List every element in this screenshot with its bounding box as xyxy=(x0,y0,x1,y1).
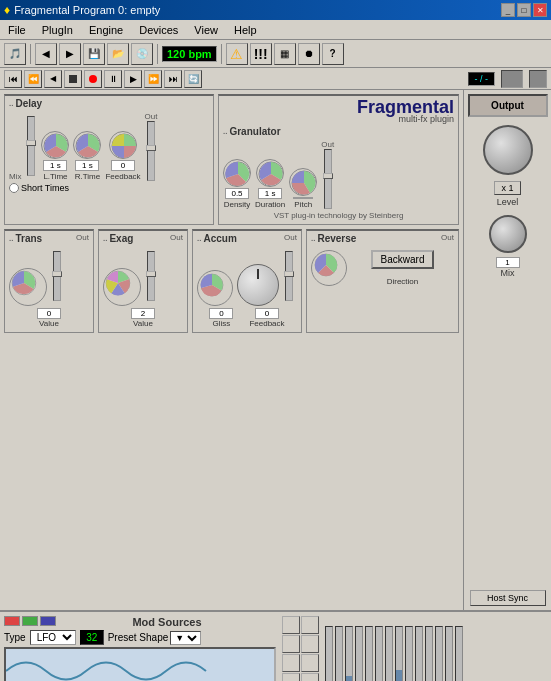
delay-out-slider[interactable]: Out xyxy=(145,111,158,181)
delay-feedback-value: 0 xyxy=(111,160,135,171)
mod-tab-red[interactable] xyxy=(4,616,20,626)
level-multiplier-button[interactable]: x 1 xyxy=(494,181,520,195)
reverse-knob[interactable] xyxy=(311,250,347,286)
tr-pause-btn[interactable]: ⏸ xyxy=(104,70,122,88)
tr-rew-btn[interactable]: ⏮ xyxy=(4,70,22,88)
menu-file[interactable]: File xyxy=(0,22,34,38)
menu-devices[interactable]: Devices xyxy=(131,22,186,38)
mod-bar-7 xyxy=(395,626,403,681)
backward-button[interactable]: Backward xyxy=(371,250,435,269)
reverse-direction-label: Direction xyxy=(387,277,419,286)
tb-diskette-btn[interactable]: 💿 xyxy=(131,43,153,65)
gran-density-value: 0.5 xyxy=(225,188,249,199)
tb-sep1 xyxy=(30,44,31,64)
mod-bar-5 xyxy=(375,626,383,681)
gran-density-knob[interactable] xyxy=(223,159,251,187)
matrix-btn-5[interactable] xyxy=(301,654,319,672)
trans-knob[interactable] xyxy=(9,268,47,306)
accum-knob2[interactable] xyxy=(237,264,279,306)
matrix-btn-6[interactable] xyxy=(282,673,300,681)
trans-slider[interactable] xyxy=(51,246,63,306)
tb-sep2 xyxy=(157,44,158,64)
output-mix-value: 1 xyxy=(496,257,520,268)
delay-feedback-group: 0 Feedback xyxy=(105,131,140,181)
matrix-btn-2[interactable] xyxy=(282,635,300,653)
mod-bar-1 xyxy=(335,626,343,681)
gran-pitch-value xyxy=(293,197,313,199)
delay-ltime-knob[interactable] xyxy=(41,131,69,159)
tb-warn-btn[interactable]: ⚠ xyxy=(226,43,248,65)
preset-shape-select[interactable]: ▼ xyxy=(170,631,201,645)
output-level-knob[interactable] xyxy=(483,125,533,175)
gran-out-slider[interactable]: Out xyxy=(321,139,334,209)
menu-view[interactable]: View xyxy=(186,22,226,38)
trans-panel: Trans Out xyxy=(4,229,94,333)
tr-rec-btn[interactable] xyxy=(84,70,102,88)
record-icon xyxy=(89,75,97,83)
exag-value: 2 xyxy=(131,308,155,319)
tr-prev-btn[interactable]: ⏪ xyxy=(24,70,42,88)
accum-slider[interactable] xyxy=(283,246,295,306)
mod-bar-0 xyxy=(325,626,333,681)
matrix-btn-1[interactable] xyxy=(301,616,319,634)
tr-loop-btn[interactable]: 🔄 xyxy=(184,70,202,88)
tr-stop-btn[interactable] xyxy=(64,70,82,88)
mod-waveform-display xyxy=(4,647,276,681)
tr-end-btn[interactable]: ⏭ xyxy=(164,70,182,88)
titlebar: ♦ Fragmental Program 0: empty _ □ ✕ xyxy=(0,0,551,20)
gran-duration-knob[interactable] xyxy=(256,159,284,187)
mod-tab-green[interactable] xyxy=(22,616,38,626)
delay-mix-slider[interactable] xyxy=(25,111,37,181)
accum-feedback-value: 0 xyxy=(255,308,279,319)
mod-tabs: Mod Sources xyxy=(4,616,276,628)
exag-out-label: Out xyxy=(170,233,183,242)
tb-rec-btn[interactable]: ⏺ xyxy=(298,43,320,65)
mod-bar-4 xyxy=(365,626,373,681)
exag-knob[interactable] xyxy=(103,268,141,306)
short-times-radio[interactable] xyxy=(9,183,19,193)
preset-shape-label: Preset Shape xyxy=(108,632,169,643)
host-sync-button[interactable]: Host Sync xyxy=(470,590,546,606)
tr-fwd-btn[interactable]: ⏩ xyxy=(144,70,162,88)
delay-rtime-knob[interactable] xyxy=(73,131,101,159)
accum-knob1[interactable] xyxy=(197,270,233,306)
tr-play-btn[interactable]: ▶ xyxy=(124,70,142,88)
mod-number: 32 xyxy=(80,630,104,645)
reverse-panel: Reverse Out xyxy=(306,229,459,333)
tr-left-btn[interactable]: ◀ xyxy=(44,70,62,88)
close-button[interactable]: ✕ xyxy=(533,3,547,17)
mod-bar-11 xyxy=(435,626,443,681)
maximize-button[interactable]: □ xyxy=(517,3,531,17)
tb-pattern-btn[interactable]: ▦ xyxy=(274,43,296,65)
output-mix-knob[interactable] xyxy=(489,215,527,253)
matrix-btn-0[interactable] xyxy=(282,616,300,634)
tb-logo-btn[interactable]: 🎵 xyxy=(4,43,26,65)
accum-feedback-label: Feedback xyxy=(249,319,284,328)
matrix-btn-4[interactable] xyxy=(282,654,300,672)
tb-prev-btn[interactable]: ◀ xyxy=(35,43,57,65)
tb-help-btn[interactable]: ? xyxy=(322,43,344,65)
delay-rtime-value: 1 s xyxy=(75,160,99,171)
menu-plugin[interactable]: PlugIn xyxy=(34,22,81,38)
tb-save-btn[interactable]: 💾 xyxy=(83,43,105,65)
mod-type-select[interactable]: LFO xyxy=(30,630,76,645)
menu-help[interactable]: Help xyxy=(226,22,265,38)
vst-label: VST plug-in technology by Steinberg xyxy=(223,211,454,220)
menu-engine[interactable]: Engine xyxy=(81,22,131,38)
exag-slider[interactable] xyxy=(145,246,157,306)
gran-pitch-knob[interactable] xyxy=(289,168,317,196)
bpm-display[interactable]: 120 bpm xyxy=(162,46,217,62)
tb-next-btn[interactable]: ▶ xyxy=(59,43,81,65)
screen-icon xyxy=(501,70,523,88)
mod-bar-10 xyxy=(425,626,433,681)
exag-panel: Exag Out xyxy=(98,229,188,333)
tb-open-btn[interactable]: 📂 xyxy=(107,43,129,65)
delay-feedback-knob[interactable] xyxy=(109,131,137,159)
matrix-btn-3[interactable] xyxy=(301,635,319,653)
toolbar: 🎵 ◀ ▶ 💾 📂 💿 120 bpm ⚠ !!! ▦ ⏺ ? xyxy=(0,40,551,68)
mod-bar-6 xyxy=(385,626,393,681)
minimize-button[interactable]: _ xyxy=(501,3,515,17)
matrix-btn-7[interactable] xyxy=(301,673,319,681)
mod-tab-blue[interactable] xyxy=(40,616,56,626)
tb-excl-btn[interactable]: !!! xyxy=(250,43,272,65)
